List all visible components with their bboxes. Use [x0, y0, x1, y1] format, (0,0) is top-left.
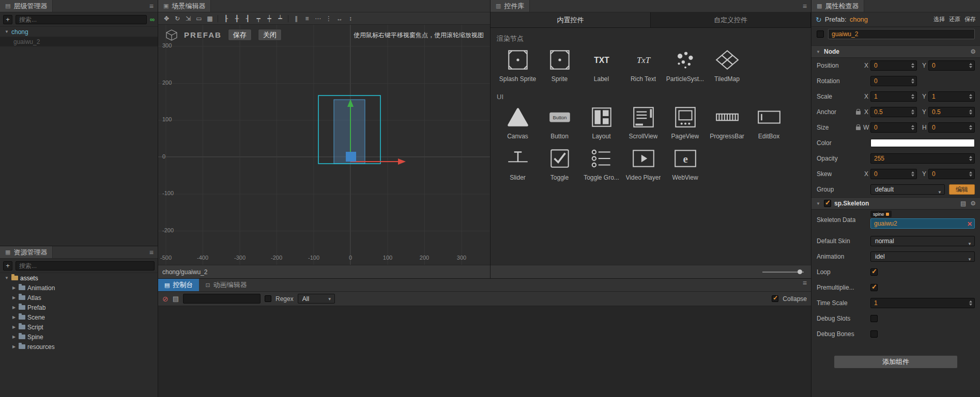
align-bottom-icon[interactable]: ┷ [275, 13, 285, 24]
prefab-link-icon[interactable]: ∞ [150, 15, 155, 23]
skeleton-section-header[interactable]: ▼ sp.Skeleton ▤ ⚙ [811, 197, 980, 210]
position-x-field[interactable]: 0 [870, 60, 917, 71]
align-vertical-center-icon[interactable]: ┿ [264, 13, 274, 24]
loop-checkbox[interactable] [870, 268, 878, 276]
folder-row-spine[interactable]: ▶ Spine [0, 332, 158, 342]
skeleton-help-icon[interactable]: ▤ [960, 200, 966, 207]
assets-root-row[interactable]: ▼ assets [0, 273, 158, 283]
rotate-tool-icon[interactable]: ↻ [172, 13, 182, 24]
node-section-header[interactable]: ▼ Node ⚙ [811, 45, 980, 58]
node-gear-icon[interactable]: ⚙ [970, 48, 976, 55]
widget-item-slider[interactable]: Slider [497, 144, 539, 181]
collapse-arrow-icon[interactable]: ▶ [11, 335, 17, 339]
collapse-arrow-icon[interactable]: ▶ [11, 305, 17, 310]
add-node-button[interactable]: + [3, 15, 12, 24]
prefab-select-button[interactable]: 选择 [933, 15, 945, 23]
anchor-lock-icon[interactable] [856, 111, 861, 115]
hierarchy-search-input[interactable] [16, 15, 147, 24]
debug-bones-checkbox[interactable] [870, 330, 878, 338]
widget-item-label[interactable]: TXT Label [580, 45, 622, 83]
expand-arrow-icon[interactable]: ▼ [816, 50, 821, 54]
add-component-button[interactable]: 添加组件 [834, 355, 958, 369]
widget-item-videoplayer[interactable]: Video Player [622, 144, 664, 181]
collapse-arrow-icon[interactable]: ▶ [11, 344, 17, 349]
folder-row-prefab[interactable]: ▶ Prefab [0, 303, 158, 312]
widgets-menu-icon[interactable]: ≡ [799, 2, 811, 10]
scale-tool-icon[interactable]: ⇲ [183, 13, 193, 24]
console-menu-icon[interactable]: ≡ [799, 279, 811, 291]
widget-item-scrollview[interactable]: ScrollView [622, 103, 664, 140]
open-log-file-icon[interactable]: ▤ [173, 295, 179, 303]
tab-custom-widgets[interactable]: 自定义控件 [651, 12, 811, 27]
skeleton-enabled-checkbox[interactable] [824, 200, 831, 207]
color-swatch[interactable] [870, 139, 975, 147]
opacity-field[interactable]: 255 [870, 153, 975, 164]
widget-item-pageview[interactable]: PageView [664, 103, 706, 140]
scene-tab[interactable]: ▣ 场景编辑器 [158, 0, 211, 12]
zoom-slider[interactable] [762, 272, 804, 273]
align-right-icon[interactable]: ┨ [242, 13, 253, 24]
zoom-slider-handle[interactable] [798, 269, 802, 274]
tree-node-guaiwu2[interactable]: guaiwu_2 [0, 37, 158, 46]
inspector-tab[interactable]: ▩ 属性检查器 [811, 0, 864, 12]
tree-node-chong[interactable]: ▼ chong [0, 27, 158, 37]
group-dropdown[interactable]: default [870, 184, 945, 195]
skeleton-data-field[interactable]: guaiwu2 ✕ [870, 218, 975, 229]
regex-checkbox[interactable] [265, 295, 271, 302]
assets-tab[interactable]: ▦ 资源管理器 [0, 246, 53, 258]
distribute-vertical-icon[interactable]: ≡ [302, 13, 312, 24]
scene-gizmo-layer[interactable] [158, 25, 491, 265]
scale-y-field[interactable]: 1 [928, 91, 975, 102]
folder-row-script[interactable]: ▶ Script [0, 322, 158, 332]
collapse-arrow-icon[interactable]: ▶ [11, 315, 17, 320]
debug-slots-checkbox[interactable] [870, 315, 878, 322]
position-y-field[interactable]: 0 [928, 60, 975, 71]
widget-item-editbox[interactable]: EditBox [748, 103, 790, 140]
widget-item-toggle[interactable]: Toggle [539, 144, 580, 181]
folder-row-scene[interactable]: ▶ Scene [0, 312, 158, 322]
time-scale-field[interactable]: 1 [870, 298, 975, 308]
assets-menu-icon[interactable]: ≡ [145, 248, 158, 257]
match-width-icon[interactable]: ↔ [334, 13, 345, 24]
animation-dropdown[interactable]: idel [870, 251, 975, 262]
skeleton-gear-icon[interactable]: ⚙ [970, 200, 976, 207]
expand-arrow-icon[interactable]: ▼ [816, 201, 821, 206]
console-log-area[interactable] [158, 306, 811, 397]
align-left-icon[interactable]: ┠ [221, 13, 231, 24]
assets-search-input[interactable] [16, 261, 155, 271]
console-filter-input[interactable] [183, 294, 261, 304]
widget-item-sprite[interactable]: Sprite [539, 45, 580, 83]
clear-asset-icon[interactable]: ✕ [967, 219, 972, 229]
match-height-icon[interactable]: ↕ [345, 13, 356, 24]
move-tool-icon[interactable]: ✥ [161, 13, 172, 24]
scale-x-field[interactable]: 1 [870, 91, 917, 102]
skew-x-field[interactable]: 0 [870, 169, 917, 179]
tab-builtin-widgets[interactable]: 内置控件 [491, 12, 651, 27]
widgets-tab[interactable]: ▥ 控件库 [491, 0, 530, 12]
widget-item-rich-text[interactable]: TxT Rich Text [622, 45, 664, 83]
prefab-revert-button[interactable]: 还原 [949, 15, 960, 23]
save-prefab-button[interactable]: 保存 [228, 29, 252, 41]
folder-row-atlas[interactable]: ▶ Atlas [0, 293, 158, 303]
folder-row-resources[interactable]: ▶ resources [0, 342, 158, 352]
widget-item-progressbar[interactable]: ProgressBar [706, 103, 748, 140]
space-vertical-icon[interactable]: ⋮ [324, 13, 334, 24]
group-edit-button[interactable]: 编辑 [949, 184, 975, 195]
widget-item-webview[interactable]: e WebView [664, 144, 706, 181]
rotation-field[interactable]: 0 [870, 76, 917, 86]
rect-transform-tool-icon[interactable]: ▭ [194, 13, 204, 24]
widget-item-tiledmap[interactable]: TiledMap [706, 45, 748, 83]
tab-console[interactable]: ▤ 控制台 [158, 279, 199, 291]
skew-y-field[interactable]: 0 [928, 169, 975, 179]
gizmo-x-arrowhead[interactable] [398, 158, 406, 165]
collapse-arrow-icon[interactable]: ▶ [11, 295, 17, 300]
distribute-horizontal-icon[interactable]: ∥ [291, 13, 301, 24]
anchor-y-field[interactable]: 0.5 [928, 107, 975, 117]
add-asset-button[interactable]: + [3, 261, 12, 271]
premultiplied-checkbox[interactable] [870, 284, 878, 291]
anchor-x-field[interactable]: 0.5 [870, 107, 917, 117]
widget-item-splash-sprite[interactable]: Splash Sprite [497, 45, 539, 83]
prefab-save-button[interactable]: 保存 [964, 15, 976, 23]
size-h-field[interactable]: 0 [928, 122, 975, 133]
node-active-checkbox[interactable] [817, 30, 824, 38]
